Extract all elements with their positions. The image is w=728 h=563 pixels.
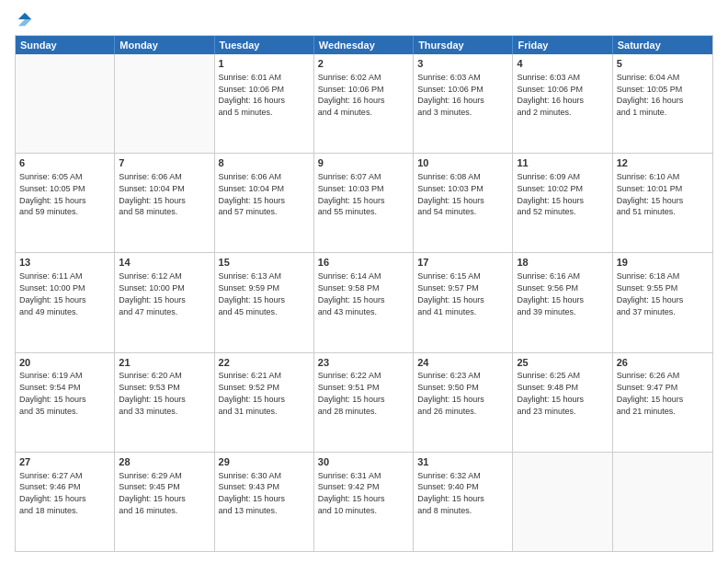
day-number: 5 xyxy=(617,57,709,71)
day-cell-2: 2Sunrise: 6:02 AM Sunset: 10:06 PM Dayli… xyxy=(314,54,414,153)
week-row-2: 6Sunrise: 6:05 AM Sunset: 10:05 PM Dayli… xyxy=(16,154,712,253)
day-cell-24: 24Sunrise: 6:23 AM Sunset: 9:50 PM Dayli… xyxy=(414,353,513,452)
day-number: 19 xyxy=(617,256,709,270)
week-row-1: 1Sunrise: 6:01 AM Sunset: 10:06 PM Dayli… xyxy=(16,54,712,154)
day-cell-9: 9Sunrise: 6:07 AM Sunset: 10:03 PM Dayli… xyxy=(314,154,414,252)
day-info: Sunrise: 6:32 AM Sunset: 9:40 PM Dayligh… xyxy=(417,471,484,515)
day-info: Sunrise: 6:11 AM Sunset: 10:00 PM Daylig… xyxy=(19,271,86,316)
day-info: Sunrise: 6:07 AM Sunset: 10:03 PM Daylig… xyxy=(318,172,385,216)
day-cell-22: 22Sunrise: 6:21 AM Sunset: 9:52 PM Dayli… xyxy=(215,353,314,452)
day-cell-19: 19Sunrise: 6:18 AM Sunset: 9:55 PM Dayli… xyxy=(613,253,712,351)
day-number: 24 xyxy=(417,356,508,370)
day-cell-17: 17Sunrise: 6:15 AM Sunset: 9:57 PM Dayli… xyxy=(414,253,513,351)
logo xyxy=(15,11,35,28)
day-number: 1 xyxy=(219,57,310,71)
day-info: Sunrise: 6:09 AM Sunset: 10:02 PM Daylig… xyxy=(517,172,584,216)
day-cell-29: 29Sunrise: 6:30 AM Sunset: 9:43 PM Dayli… xyxy=(215,453,314,551)
day-info: Sunrise: 6:04 AM Sunset: 10:05 PM Daylig… xyxy=(617,73,684,117)
empty-cell xyxy=(16,54,115,153)
day-cell-16: 16Sunrise: 6:14 AM Sunset: 9:58 PM Dayli… xyxy=(314,253,414,351)
day-info: Sunrise: 6:19 AM Sunset: 9:54 PM Dayligh… xyxy=(19,371,86,415)
day-number: 26 xyxy=(617,356,709,370)
day-number: 25 xyxy=(517,356,608,370)
day-cell-23: 23Sunrise: 6:22 AM Sunset: 9:51 PM Dayli… xyxy=(314,353,414,452)
page: SundayMondayTuesdayWednesdayThursdayFrid… xyxy=(0,0,728,563)
day-info: Sunrise: 6:27 AM Sunset: 9:46 PM Dayligh… xyxy=(19,471,86,515)
week-row-3: 13Sunrise: 6:11 AM Sunset: 10:00 PM Dayl… xyxy=(16,253,712,352)
day-cell-18: 18Sunrise: 6:16 AM Sunset: 9:56 PM Dayli… xyxy=(513,253,612,351)
empty-cell xyxy=(115,54,214,153)
day-cell-20: 20Sunrise: 6:19 AM Sunset: 9:54 PM Dayli… xyxy=(16,353,115,452)
day-info: Sunrise: 6:14 AM Sunset: 9:58 PM Dayligh… xyxy=(318,271,385,316)
day-cell-25: 25Sunrise: 6:25 AM Sunset: 9:48 PM Dayli… xyxy=(513,353,612,452)
day-number: 17 xyxy=(417,256,508,270)
day-header-wednesday: Wednesday xyxy=(314,36,414,54)
day-info: Sunrise: 6:26 AM Sunset: 9:47 PM Dayligh… xyxy=(617,371,684,415)
day-cell-13: 13Sunrise: 6:11 AM Sunset: 10:00 PM Dayl… xyxy=(16,253,115,351)
day-info: Sunrise: 6:29 AM Sunset: 9:45 PM Dayligh… xyxy=(119,471,186,515)
logo-icon xyxy=(17,11,33,28)
day-cell-4: 4Sunrise: 6:03 AM Sunset: 10:06 PM Dayli… xyxy=(513,54,612,153)
day-header-sunday: Sunday xyxy=(16,36,115,54)
week-row-5: 27Sunrise: 6:27 AM Sunset: 9:46 PM Dayli… xyxy=(16,453,712,551)
day-number: 28 xyxy=(119,455,210,469)
day-number: 22 xyxy=(219,356,310,370)
day-number: 20 xyxy=(19,356,110,370)
day-header-thursday: Thursday xyxy=(414,36,513,54)
day-number: 8 xyxy=(219,156,310,170)
day-number: 30 xyxy=(318,455,409,469)
day-info: Sunrise: 6:06 AM Sunset: 10:04 PM Daylig… xyxy=(219,172,286,216)
day-cell-30: 30Sunrise: 6:31 AM Sunset: 9:42 PM Dayli… xyxy=(314,453,414,551)
day-cell-5: 5Sunrise: 6:04 AM Sunset: 10:05 PM Dayli… xyxy=(613,54,712,153)
day-number: 4 xyxy=(517,57,608,71)
day-number: 7 xyxy=(119,156,210,170)
day-cell-27: 27Sunrise: 6:27 AM Sunset: 9:46 PM Dayli… xyxy=(16,453,115,551)
day-number: 3 xyxy=(417,57,508,71)
day-header-saturday: Saturday xyxy=(613,36,712,54)
day-info: Sunrise: 6:06 AM Sunset: 10:04 PM Daylig… xyxy=(119,172,186,216)
day-cell-8: 8Sunrise: 6:06 AM Sunset: 10:04 PM Dayli… xyxy=(215,154,314,252)
day-cell-26: 26Sunrise: 6:26 AM Sunset: 9:47 PM Dayli… xyxy=(613,353,712,452)
day-number: 29 xyxy=(219,455,310,469)
day-info: Sunrise: 6:31 AM Sunset: 9:42 PM Dayligh… xyxy=(318,471,385,515)
day-info: Sunrise: 6:03 AM Sunset: 10:06 PM Daylig… xyxy=(417,73,484,117)
day-info: Sunrise: 6:08 AM Sunset: 10:03 PM Daylig… xyxy=(417,172,484,216)
day-info: Sunrise: 6:25 AM Sunset: 9:48 PM Dayligh… xyxy=(517,371,584,415)
empty-cell xyxy=(513,453,612,551)
day-number: 9 xyxy=(318,156,409,170)
day-number: 10 xyxy=(417,156,508,170)
day-info: Sunrise: 6:13 AM Sunset: 9:59 PM Dayligh… xyxy=(219,271,286,316)
svg-marker-0 xyxy=(18,13,31,19)
day-info: Sunrise: 6:10 AM Sunset: 10:01 PM Daylig… xyxy=(617,172,684,216)
day-number: 23 xyxy=(318,356,409,370)
day-info: Sunrise: 6:30 AM Sunset: 9:43 PM Dayligh… xyxy=(219,471,286,515)
day-number: 31 xyxy=(417,455,508,469)
svg-marker-1 xyxy=(18,19,31,26)
day-info: Sunrise: 6:18 AM Sunset: 9:55 PM Dayligh… xyxy=(617,271,684,316)
day-number: 14 xyxy=(119,256,210,270)
day-cell-15: 15Sunrise: 6:13 AM Sunset: 9:59 PM Dayli… xyxy=(215,253,314,351)
day-info: Sunrise: 6:21 AM Sunset: 9:52 PM Dayligh… xyxy=(219,371,286,415)
day-info: Sunrise: 6:16 AM Sunset: 9:56 PM Dayligh… xyxy=(517,271,584,316)
day-info: Sunrise: 6:05 AM Sunset: 10:05 PM Daylig… xyxy=(19,172,86,216)
calendar-header: SundayMondayTuesdayWednesdayThursdayFrid… xyxy=(16,36,712,54)
day-cell-1: 1Sunrise: 6:01 AM Sunset: 10:06 PM Dayli… xyxy=(215,54,314,153)
day-header-monday: Monday xyxy=(115,36,214,54)
calendar: SundayMondayTuesdayWednesdayThursdayFrid… xyxy=(15,35,713,552)
day-number: 12 xyxy=(617,156,709,170)
day-number: 2 xyxy=(318,57,409,71)
day-number: 27 xyxy=(19,455,110,469)
empty-cell xyxy=(613,453,712,551)
day-cell-21: 21Sunrise: 6:20 AM Sunset: 9:53 PM Dayli… xyxy=(115,353,214,452)
day-number: 13 xyxy=(19,256,110,270)
day-number: 18 xyxy=(517,256,608,270)
day-number: 11 xyxy=(517,156,608,170)
day-number: 15 xyxy=(219,256,310,270)
day-info: Sunrise: 6:01 AM Sunset: 10:06 PM Daylig… xyxy=(219,73,286,117)
day-cell-28: 28Sunrise: 6:29 AM Sunset: 9:45 PM Dayli… xyxy=(115,453,214,551)
day-header-friday: Friday xyxy=(513,36,612,54)
day-info: Sunrise: 6:23 AM Sunset: 9:50 PM Dayligh… xyxy=(417,371,484,415)
day-cell-10: 10Sunrise: 6:08 AM Sunset: 10:03 PM Dayl… xyxy=(414,154,513,252)
day-number: 16 xyxy=(318,256,409,270)
day-cell-12: 12Sunrise: 6:10 AM Sunset: 10:01 PM Dayl… xyxy=(613,154,712,252)
